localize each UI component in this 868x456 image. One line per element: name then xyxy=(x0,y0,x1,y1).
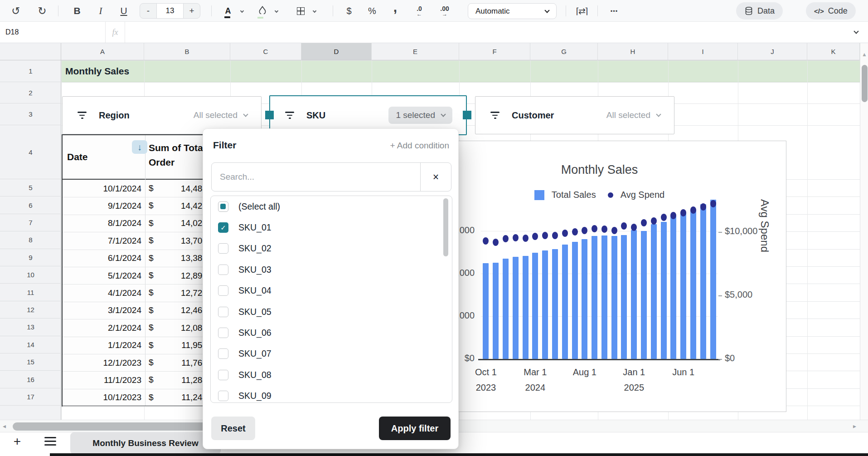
row-header-11[interactable]: 11 xyxy=(0,284,61,301)
amount-cell[interactable]: 11,284 xyxy=(149,372,207,388)
amount-cell[interactable]: 12,895 xyxy=(149,267,207,284)
row-header-10[interactable]: 10 xyxy=(0,266,61,284)
amount-cell[interactable]: 13,387 xyxy=(149,250,207,267)
code-panel-button[interactable]: </> Code xyxy=(806,2,856,20)
column-header-E[interactable]: E xyxy=(372,43,459,60)
font-size-decrease-button[interactable]: - xyxy=(140,4,156,18)
row-header-3[interactable]: 3 xyxy=(0,103,61,125)
date-cell[interactable]: 6/1/2024 xyxy=(63,250,141,267)
filter-option-sku_06[interactable]: SKU_06 xyxy=(211,322,452,343)
scroll-up-arrow-icon[interactable]: ▲ xyxy=(862,51,867,58)
checkbox-unchecked[interactable] xyxy=(218,285,228,296)
amount-cell[interactable]: 14,027 xyxy=(149,215,207,232)
filter-option--select-all-[interactable]: (Select all) xyxy=(211,196,452,217)
redo-icon[interactable]: ↻ xyxy=(34,3,50,19)
column-header-D[interactable]: D xyxy=(301,43,372,60)
scroll-right-arrow-icon[interactable]: ▸ xyxy=(853,422,856,430)
amount-cell[interactable]: 11,959 xyxy=(149,337,207,354)
filter-option-sku_04[interactable]: SKU_04 xyxy=(211,280,452,301)
checkbox-unchecked[interactable] xyxy=(218,348,228,359)
underline-button[interactable]: U xyxy=(116,3,132,19)
checkbox-unchecked[interactable] xyxy=(218,370,228,380)
row-header-1[interactable]: 1 xyxy=(0,60,61,82)
column-header-A[interactable]: A xyxy=(61,43,144,60)
checkbox-indeterminate[interactable] xyxy=(218,201,228,212)
filter-option-sku_07[interactable]: SKU_07 xyxy=(211,343,452,364)
borders-button[interactable] xyxy=(293,3,308,19)
row-header-14[interactable]: 14 xyxy=(0,336,61,353)
selection-handle-left[interactable] xyxy=(265,111,274,119)
date-column-header[interactable]: Date xyxy=(67,152,88,162)
column-header-H[interactable]: H xyxy=(598,43,668,60)
percent-format-button[interactable]: % xyxy=(363,3,381,19)
undo-icon[interactable]: ↺ xyxy=(8,3,24,19)
row-header-16[interactable]: 16 xyxy=(0,371,61,388)
checkbox-unchecked[interactable] xyxy=(218,307,228,317)
apply-filter-button[interactable]: Apply filter xyxy=(379,417,451,440)
more-options-button[interactable]: ••• xyxy=(605,3,624,19)
checkbox-unchecked[interactable] xyxy=(218,265,228,275)
date-cell[interactable]: 8/1/2024 xyxy=(63,215,141,232)
bold-button[interactable]: B xyxy=(69,3,85,19)
number-format-select[interactable]: Automatic xyxy=(468,3,557,19)
amount-cell[interactable]: 12,087 xyxy=(149,319,207,336)
font-size-value[interactable]: 13 xyxy=(156,4,184,18)
date-cell[interactable]: 10/1/2024 xyxy=(63,180,141,197)
amount-cell[interactable]: 11,244 xyxy=(149,389,207,406)
date-cell[interactable]: 9/1/2024 xyxy=(63,197,141,214)
row-header-15[interactable]: 15 xyxy=(0,353,61,371)
date-cell[interactable]: 1/1/2024 xyxy=(63,337,141,354)
filter-option-sku_01[interactable]: ✓SKU_01 xyxy=(211,217,452,238)
date-cell[interactable]: 2/1/2024 xyxy=(63,319,141,336)
sort-descending-icon[interactable]: ↓ xyxy=(132,140,147,154)
fill-color-button[interactable] xyxy=(255,3,270,19)
row-header-5[interactable]: 5 xyxy=(0,179,61,196)
date-cell[interactable]: 10/1/2023 xyxy=(63,389,141,406)
currency-format-button[interactable]: $ xyxy=(340,3,358,19)
cell-reference-box[interactable]: D18 xyxy=(5,22,19,43)
row-header-4[interactable]: 4 xyxy=(0,125,61,179)
row-header-13[interactable]: 13 xyxy=(0,319,61,336)
data-panel-button[interactable]: Data xyxy=(736,2,783,20)
column-header-C[interactable]: C xyxy=(230,43,301,60)
date-cell[interactable]: 4/1/2024 xyxy=(63,284,141,301)
italic-button[interactable]: I xyxy=(92,3,109,19)
formula-bar-expand-chevron[interactable] xyxy=(853,29,858,34)
checkbox-checked[interactable]: ✓ xyxy=(218,222,228,233)
amount-cell[interactable]: 14,425 xyxy=(149,197,207,214)
swap-references-button[interactable]: ⌈⇄⌉ xyxy=(572,3,591,19)
amount-cell[interactable]: 12,469 xyxy=(149,302,207,319)
filter-option-sku_09[interactable]: SKU_09 xyxy=(211,386,452,403)
date-cell[interactable]: 11/1/2023 xyxy=(63,372,141,388)
date-cell[interactable]: 7/1/2024 xyxy=(63,232,141,249)
row-header-6[interactable]: 6 xyxy=(0,196,61,214)
row-header-2[interactable]: 2 xyxy=(0,82,61,103)
text-color-dropdown[interactable] xyxy=(238,3,247,19)
filter-option-sku_05[interactable]: SKU_05 xyxy=(211,301,452,322)
date-cell[interactable]: 3/1/2024 xyxy=(63,302,141,319)
amount-cell[interactable]: 11,767 xyxy=(149,354,207,371)
amount-cell[interactable]: 14,484 xyxy=(149,180,207,197)
column-header-I[interactable]: I xyxy=(668,43,738,60)
chip-value-dropdown[interactable]: All selected xyxy=(194,110,247,120)
column-header-J[interactable]: J xyxy=(738,43,807,60)
row-header-9[interactable]: 9 xyxy=(0,249,61,266)
filter-option-sku_02[interactable]: SKU_02 xyxy=(211,238,452,259)
tab-monthly-business-review[interactable]: Monthly Business Review xyxy=(70,432,221,454)
text-color-button[interactable]: A xyxy=(220,3,236,19)
amount-cell[interactable]: 13,703 xyxy=(149,232,207,249)
checkbox-unchecked[interactable] xyxy=(218,243,228,254)
font-size-increase-button[interactable]: + xyxy=(184,4,200,18)
customer-filter-chip[interactable]: Customer All selected xyxy=(475,96,674,134)
title-row-cell[interactable]: Monthly Sales xyxy=(61,60,860,82)
amount-cell[interactable]: 12,720 xyxy=(149,284,207,301)
date-cell[interactable]: 5/1/2024 xyxy=(63,267,141,284)
vertical-scrollbar[interactable]: ▲ xyxy=(860,43,868,420)
add-condition-button[interactable]: + Add condition xyxy=(390,141,449,151)
reset-button[interactable]: Reset xyxy=(211,417,255,440)
decrease-decimal-button[interactable]: .0← xyxy=(409,3,429,19)
filter-option-sku_08[interactable]: SKU_08 xyxy=(211,364,452,385)
sheet-list-menu-icon[interactable] xyxy=(44,437,56,446)
checkbox-unchecked[interactable] xyxy=(218,328,228,338)
filter-option-sku_03[interactable]: SKU_03 xyxy=(211,259,452,280)
